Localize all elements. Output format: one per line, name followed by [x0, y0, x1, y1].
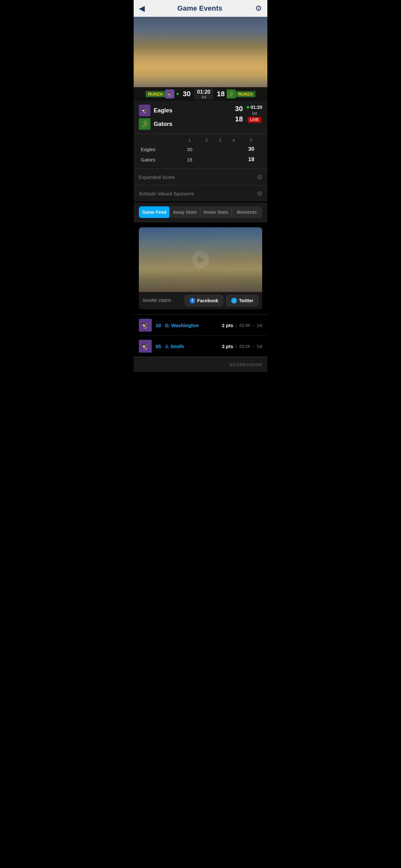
scorebug-sponsor-left: RUNZA [146, 91, 166, 97]
sponsors-expand-icon: ⊙ [257, 190, 262, 197]
row1-q1: 30 [180, 144, 200, 154]
col-q3: 3 [213, 136, 227, 144]
score-time-block: 01:20 1st LIVE [247, 104, 262, 123]
header: ◀ Game Events ⚙ [134, 0, 267, 17]
row1-team: Eagles [139, 144, 180, 154]
team1-logo-scorebug: 🦅 [165, 89, 174, 98]
sponsors-row[interactable]: Schools Valued Sponsors ⊙ [134, 185, 267, 203]
tab-moments[interactable]: Moments [232, 206, 262, 218]
player-name: D. Washington [165, 322, 198, 328]
scorebug-period: 1st [202, 95, 206, 99]
team2-name: Gators [154, 121, 173, 128]
event-stats: 3 pts | 02:18 - 1st [222, 344, 262, 349]
game-clock: 01:20 [251, 104, 262, 110]
facebook-icon: f [189, 298, 195, 304]
tab-home-stats[interactable]: Home Stats [201, 206, 232, 218]
event-time: 01:49 [240, 323, 250, 328]
possession-dot [177, 93, 179, 95]
scorebug-center: 01:20 1st [194, 89, 214, 99]
list-item[interactable]: 🦅 05 J. Smith 3 pts | 02:18 - 1st [134, 336, 267, 357]
event-points: 2 pts [222, 322, 233, 328]
row2-q1: 18 [180, 154, 200, 165]
row2-q2 [200, 154, 213, 165]
event-info: 10 D. Washington [156, 322, 218, 328]
event-period: 1st [257, 323, 262, 328]
facebook-label: Facebook [197, 298, 218, 303]
table-row: Gators 18 18 [139, 154, 262, 165]
col-final: F [241, 136, 262, 144]
video-footer: SHARE VIDEO f Facebook 🐦 Twitter [139, 292, 262, 309]
scorebug-overlay: RUNZA 🦅 30 01:20 1st 18 🐊 RUNZA [134, 87, 267, 101]
event-period: 1st [257, 344, 262, 349]
team1-name: Eagles [154, 107, 173, 114]
row1-q2 [200, 144, 213, 154]
tab-game-feed[interactable]: Game Feed [139, 206, 169, 218]
twitter-share-button[interactable]: 🐦 Twitter [226, 295, 258, 306]
facebook-share-button[interactable]: f Facebook [185, 295, 223, 306]
live-badge: LIVE [248, 117, 261, 123]
row1-q4 [227, 144, 241, 154]
team1-row: 🦅 Eagles [139, 104, 173, 116]
tabs-container: Game Feed Away Stats Home Stats Moments [134, 203, 267, 222]
player-number: 05 [156, 344, 161, 349]
expanded-score-label: Expanded Score [139, 175, 175, 180]
tab-away-stats[interactable]: Away Stats [169, 206, 201, 218]
scoreboard: 🦅 Eagles 🐊 Gators 30 18 01:20 1st LIVE [134, 101, 267, 134]
row1-q3 [213, 144, 227, 154]
expanded-score-row[interactable]: Expanded Score ⊙ [134, 169, 267, 185]
event-player: 05 J. Smith [156, 344, 218, 349]
col-q2: 2 [200, 136, 213, 144]
live-indicator: 01:20 [247, 104, 262, 110]
twitter-label: Twitter [239, 298, 253, 303]
live-dot [247, 106, 249, 108]
event-time: 02:18 [240, 344, 250, 349]
scorebug-time: 01:20 [197, 89, 211, 95]
team2-score: 18 [235, 115, 243, 123]
tabs-bar: Game Feed Away Stats Home Stats Moments [139, 206, 262, 218]
game-events-list: 🦅 10 D. Washington 2 pts | 01:49 - 1st 🦅… [134, 314, 267, 357]
event-dash: - [252, 323, 254, 328]
scorebug-sponsor-right: RUNZA [236, 91, 256, 97]
team2-row: 🐊 Gators [139, 118, 173, 130]
event-points: 3 pts [222, 344, 233, 349]
twitter-icon: 🐦 [231, 298, 237, 304]
settings-icon[interactable]: ⚙ [255, 4, 262, 13]
scorebug-team1: 🦅 30 [165, 89, 192, 98]
brand-label: SCOREVISION [229, 362, 262, 367]
list-item[interactable]: 🦅 10 D. Washington 2 pts | 01:49 - 1st [134, 315, 267, 336]
team2-logo-scorebug: 🐊 [227, 89, 236, 98]
scorebug-team1-score: 30 [181, 90, 192, 98]
event-player: 10 D. Washington [156, 322, 218, 328]
event-team-logo: 🦅 [139, 319, 152, 332]
player-name: J. Smith [165, 344, 184, 349]
team1-score: 30 [235, 104, 243, 113]
event-dash: - [252, 344, 254, 349]
expand-icon: ⊙ [257, 174, 262, 181]
scorebug-team2-score: 18 [215, 90, 226, 98]
video-thumbnail[interactable] [139, 227, 262, 292]
row2-team: Gators [139, 154, 180, 165]
video-card: SHARE VIDEO f Facebook 🐦 Twitter [139, 227, 262, 309]
live-video-area: RUNZA 🦅 30 01:20 1st 18 🐊 RUNZA [134, 17, 267, 101]
player-number: 10 [156, 322, 161, 328]
col-q4: 4 [227, 136, 241, 144]
row2-q4 [227, 154, 241, 165]
game-period: 1st [252, 111, 257, 116]
back-button[interactable]: ◀ [139, 4, 145, 13]
row2-q3 [213, 154, 227, 165]
event-team-logo: 🦅 [139, 340, 152, 352]
share-video-label: SHARE VIDEO [143, 299, 181, 303]
col-team [139, 136, 180, 144]
score-teams: 🦅 Eagles 🐊 Gators 30 18 01:20 1st LIVE [139, 104, 262, 130]
row2-final: 18 [241, 154, 262, 165]
page-title: Game Events [145, 4, 255, 12]
table-row: Eagles 30 30 [139, 144, 262, 154]
teams-list: 🦅 Eagles 🐊 Gators [139, 104, 173, 130]
event-stats: 2 pts | 01:49 - 1st [222, 322, 262, 328]
score-table: 1 2 3 4 F Eagles 30 30 Gators 18 [134, 134, 267, 169]
col-q1: 1 [180, 136, 200, 144]
row1-final: 30 [241, 144, 262, 154]
team2-logo: 🐊 [139, 118, 150, 130]
event-info: 05 J. Smith [156, 344, 218, 349]
footer: SCOREVISION [134, 357, 267, 372]
